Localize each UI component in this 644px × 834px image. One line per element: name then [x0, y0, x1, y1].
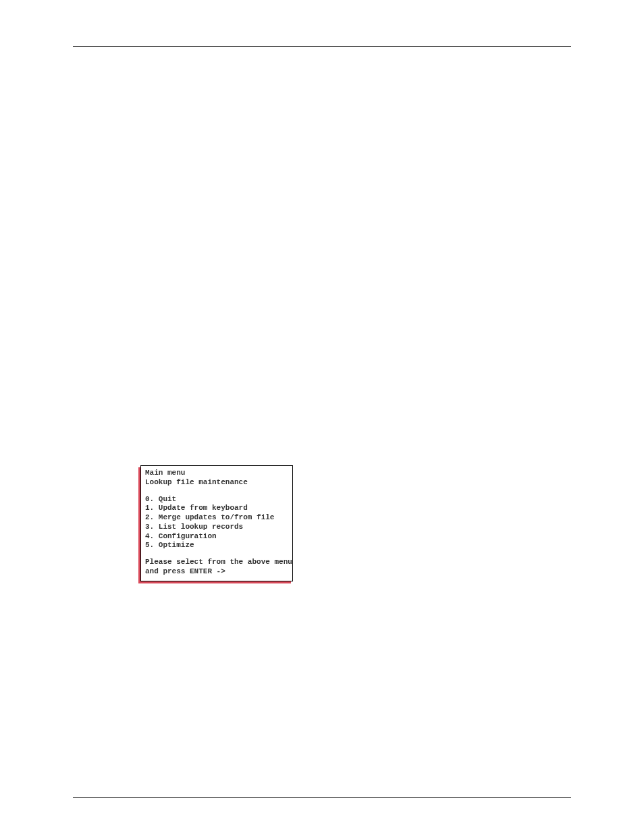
menu-box: Main menu Lookup file maintenance 0. Qui… — [140, 465, 293, 581]
footer-rule — [73, 797, 571, 798]
menu-item-0[interactable]: 0. Quit — [145, 495, 288, 504]
menu-item-3[interactable]: 3. List lookup records — [145, 523, 288, 532]
blank-line — [145, 550, 288, 558]
page-header — [73, 46, 571, 47]
menu-subtitle: Lookup file maintenance — [145, 478, 288, 488]
page-body: Main menu Lookup file maintenance 0. Qui… — [73, 465, 571, 581]
menu-item-1[interactable]: 1. Update from keyboard — [145, 504, 288, 513]
document-page: Main menu Lookup file maintenance 0. Qui… — [0, 0, 644, 834]
menu-item-5[interactable]: 5. Optimize — [145, 541, 288, 550]
blank-line — [145, 488, 288, 495]
menu-prompt-line1: Please select from the above menu — [145, 558, 288, 567]
menu-item-2[interactable]: 2. Merge updates to/from file — [145, 513, 288, 523]
header-rule — [73, 46, 571, 47]
menu-title: Main menu — [145, 469, 288, 478]
menu-prompt-line2[interactable]: and press ENTER -> — [145, 567, 288, 577]
terminal-menu: Main menu Lookup file maintenance 0. Qui… — [140, 465, 293, 581]
menu-item-4[interactable]: 4. Configuration — [145, 532, 288, 542]
page-footer — [73, 797, 571, 802]
